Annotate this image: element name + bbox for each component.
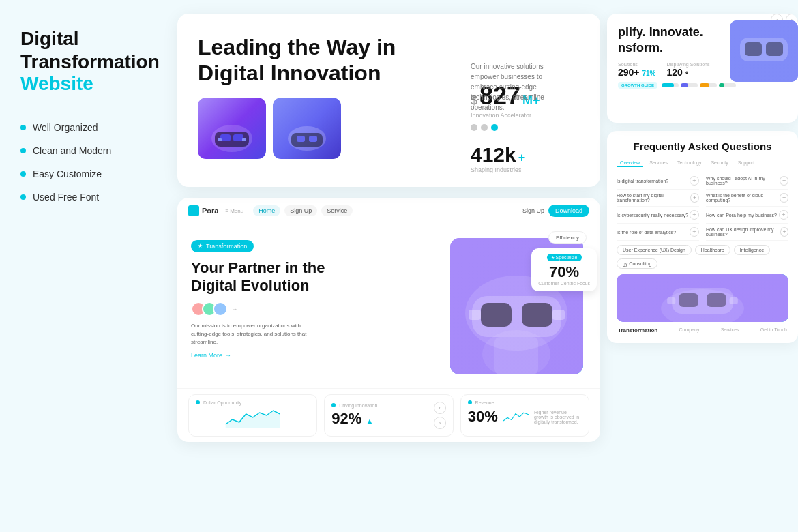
nav-links: Home Sign Up Service [253, 205, 353, 216]
svg-rect-11 [291, 133, 323, 147]
hero-right: ★ Specialize 70% Customer-Centric Focus [450, 238, 587, 374]
hero-title: Your Partner in the Digital Evolution [191, 259, 439, 295]
bullet-dot [20, 125, 26, 130]
vr-image-1 [198, 98, 266, 159]
faq-expand[interactable]: + [780, 193, 788, 203]
svg-rect-32 [667, 297, 675, 304]
avatar [213, 301, 228, 316]
footer-services: Services [721, 327, 739, 334]
right-panel: ‹ › plify. Innovate. nsform. [607, 14, 798, 343]
faq-tabs: Overview Services Technology Security Su… [617, 159, 788, 167]
dollar-opportunity-card: Dollar Opportunity [188, 394, 317, 437]
faq-tab-services[interactable]: Services [646, 159, 671, 167]
vr-images-row [198, 98, 457, 159]
faq-expand[interactable]: + [779, 210, 788, 220]
faq-grid: Is digital transformation? + How to star… [617, 173, 788, 241]
growth-row: GROWTH GUIDE [618, 82, 787, 89]
svg-rect-22 [494, 337, 538, 374]
bullet-dot [20, 171, 26, 177]
footer-row: Transformation Company Services Get in T… [617, 327, 788, 334]
vr-image-2 [273, 98, 341, 159]
svg-rect-13 [309, 136, 317, 142]
footer-brand: Transformation [618, 327, 657, 334]
faq-item: Is cybersecurity really necessary? + [617, 207, 699, 224]
logo-icon [188, 205, 199, 216]
revenue-card: Revenue 30% Higher revenue growth is obs… [460, 394, 589, 437]
learn-more-link[interactable]: Learn More → [191, 352, 439, 359]
faq-title: Frequently Asked Questions [617, 141, 788, 152]
svg-rect-7 [233, 134, 243, 141]
svg-rect-25 [745, 42, 762, 56]
stat-item-120: Displaying Solutions 120 ᵒ [666, 62, 709, 78]
faq-tab-security[interactable]: Security [707, 159, 731, 167]
driving-value: 92% ▲ [331, 410, 377, 428]
faq-tab-technology[interactable]: Technology [674, 159, 705, 167]
faq-item: Why should I adopt AI in my business? + [706, 173, 788, 190]
faq-expand[interactable]: + [780, 227, 788, 237]
faq-col-right: Why should I adopt AI in my business? + … [706, 173, 788, 241]
mission-text: Our mission is to empower organizations … [191, 322, 314, 346]
side-vr-mini [730, 20, 798, 82]
svg-rect-26 [766, 42, 783, 56]
list-item: Used Free Font [20, 192, 171, 203]
bottom-vr-banner [617, 274, 788, 322]
faq-expand[interactable]: + [780, 176, 788, 186]
faq-expand[interactable]: + [690, 176, 699, 186]
left-panel: Digital Transformation Website Well Orga… [0, 0, 191, 532]
revenue-wave [503, 407, 529, 426]
top-preview-card: Leading the Way in Digital Innovation [177, 14, 600, 187]
service-tag[interactable]: Intelligence [734, 245, 770, 255]
faq-item: Is the role of data analytics? + [617, 224, 699, 241]
wave-chart [196, 407, 310, 428]
feature-list: Well Organized Clean and Modern Easy Cus… [20, 122, 171, 203]
stats-row: Dollar Opportunity Driving Innovation 92… [177, 388, 600, 442]
faq-expand[interactable]: + [690, 227, 699, 237]
page-title: Digital Transformation Website [20, 27, 171, 95]
bullet-dot [20, 194, 26, 200]
footer-company: Company [679, 327, 699, 334]
menu-icon: ≡ Menu [225, 208, 243, 214]
service-tag[interactable]: Healthcare [695, 245, 730, 255]
svg-rect-8 [218, 138, 222, 141]
main-content: Leading the Way in Digital Innovation [177, 14, 600, 525]
footer-contact: Get in Touch [760, 327, 787, 334]
svg-rect-9 [242, 138, 246, 141]
hero-section: ★ Transformation Your Partner in the Dig… [177, 224, 600, 388]
service-tags: User Experience (UX) Design Healthcare I… [617, 245, 788, 269]
list-item: Well Organized [20, 122, 171, 133]
faq-item: How to start my digital transformation? … [617, 190, 699, 207]
driving-innovation-card: Driving Innovation 92% ▲ ‹ › [324, 394, 453, 437]
svg-rect-30 [679, 293, 698, 307]
preview-heading: Leading the Way in Digital Innovation [198, 34, 457, 87]
service-tag[interactable]: User Experience (UX) Design [617, 245, 692, 255]
svg-rect-19 [469, 310, 481, 320]
faq-item: How can UX design improve my business? + [706, 224, 788, 241]
svg-rect-12 [297, 136, 305, 142]
hero-left: ★ Transformation Your Partner in the Dig… [191, 238, 439, 374]
svg-rect-6 [220, 134, 231, 141]
faq-expand[interactable]: + [690, 210, 699, 220]
faq-card: Frequently Asked Questions Overview Serv… [607, 131, 798, 343]
revenue-value: 30% [468, 408, 498, 426]
stat-item-290: Solutions 290+ 71% [618, 62, 655, 78]
svg-rect-18 [522, 303, 552, 327]
avatar-stack [191, 301, 228, 316]
transformation-badge: ★ Transformation [191, 240, 254, 252]
list-item: Easy Customize [20, 168, 171, 179]
faq-item: What is the benefit of cloud computing? … [706, 190, 788, 207]
bullet-dot [20, 148, 26, 153]
svg-rect-20 [552, 310, 565, 320]
nav-bar: Pora ≡ Menu Home Sign Up Service Sign Up… [177, 198, 600, 224]
faq-tab-support[interactable]: Support [735, 159, 758, 167]
list-item: Clean and Modern [20, 145, 171, 156]
bottom-preview-card: Pora ≡ Menu Home Sign Up Service Sign Up… [177, 198, 600, 442]
service-tag[interactable]: gy Consulting [617, 258, 657, 269]
faq-tab-overview[interactable]: Overview [617, 159, 643, 167]
svg-rect-31 [707, 293, 726, 307]
svg-rect-33 [730, 297, 738, 304]
faq-expand[interactable]: + [690, 193, 699, 203]
efficiency-badge: Efficiency [548, 231, 587, 244]
nav-right: Sign Up Download [522, 205, 589, 217]
svg-rect-17 [481, 303, 512, 327]
faq-col-left: Is digital transformation? + How to star… [617, 173, 699, 241]
